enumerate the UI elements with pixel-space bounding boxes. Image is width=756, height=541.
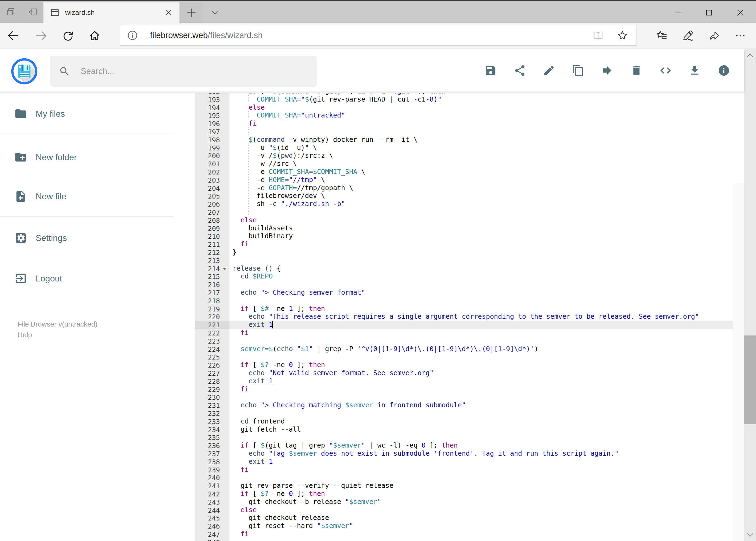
info-action-button[interactable] (709, 56, 738, 85)
url-text: filebrowser.web/files/wizard.sh (150, 31, 263, 40)
file-actions-toolbar (476, 49, 738, 92)
tab-preview-icon[interactable] (6, 7, 16, 17)
home-button[interactable] (82, 23, 108, 49)
tab-list-chevron-icon[interactable] (203, 2, 227, 23)
search-bar[interactable]: Search... (50, 56, 317, 87)
sidebar-footer: File Browser v(untracked) Help (18, 319, 98, 340)
code-line: fi (229, 329, 733, 337)
sidebar-item-settings[interactable]: Settings (0, 225, 173, 251)
address-bar[interactable]: filebrowser.web/files/wizard.sh (120, 25, 636, 46)
sidebar-item-new-folder[interactable]: New folder (0, 144, 173, 170)
sidebar-divider (0, 216, 173, 217)
settings-ellipsis-icon[interactable] (727, 23, 753, 49)
web-notes-pen-icon[interactable] (675, 23, 701, 49)
line-number: 239 (208, 466, 220, 474)
save-action-button[interactable] (476, 56, 505, 85)
line-number: 194 (208, 104, 220, 112)
line-number: 195 (208, 112, 220, 120)
share-icon (514, 64, 526, 77)
line-number: 241 (208, 482, 220, 490)
line-number: 213 (208, 257, 220, 265)
sidebar-item-label: New file (36, 192, 66, 202)
line-number: 246 (208, 522, 220, 530)
code-line (229, 256, 733, 265)
site-info-icon[interactable] (126, 29, 138, 41)
info-icon (718, 64, 730, 77)
hub-favorites-icon[interactable] (649, 23, 675, 49)
code-line: release () { (229, 265, 733, 272)
forward-button[interactable] (28, 23, 54, 49)
window-close-button[interactable] (725, 2, 756, 24)
code-line: git rev-parse --verify --quiet release (229, 482, 733, 490)
line-number: 202 (208, 168, 220, 176)
line-number: 220 (208, 313, 220, 321)
edit-action-button[interactable] (534, 56, 564, 85)
sidebar-divider (0, 134, 173, 134)
move-icon (601, 64, 614, 77)
code-line: COMMIT_SHA="$(git rev-parse HEAD | cut -… (229, 95, 733, 104)
code-line: echo "> Checking semver format" (229, 288, 733, 296)
code-line: if [ $(git tag | grep "$semver" | wc -l)… (229, 441, 733, 449)
save-icon (484, 64, 497, 77)
code-line: echo "> Checking matching $semver in fro… (229, 401, 733, 409)
editor-gutter: 1921931941951961971981992002012022032042… (195, 93, 229, 541)
fold-toggle-icon[interactable] (222, 268, 227, 270)
scroll-up-icon[interactable] (744, 49, 756, 61)
tabs-aside-group (0, 1, 44, 23)
app-version-text: File Browser v(untracked) (18, 320, 98, 328)
line-number: 233 (208, 418, 220, 426)
exit_to_app-icon (14, 272, 27, 285)
code-line: git reset --hard "$semver" (229, 522, 733, 530)
browser-tab[interactable]: wizard.sh (44, 2, 179, 23)
code-line: echo "This release script requires a sin… (229, 312, 733, 320)
favorite-star-icon[interactable] (617, 30, 628, 41)
code-editor[interactable]: 1921931941951961971981992002012022032042… (177, 93, 733, 541)
line-number: 237 (208, 450, 220, 458)
line-number: 242 (208, 490, 220, 498)
line-number: 214 (208, 265, 220, 273)
url-domain: filebrowser.web (150, 31, 208, 40)
window-minimize-button[interactable] (662, 2, 693, 24)
line-number: 201 (208, 160, 220, 168)
reading-view-icon[interactable] (593, 30, 604, 41)
line-number: 203 (208, 176, 220, 185)
address-bar-icons (593, 30, 636, 41)
scroll-down-icon[interactable] (744, 529, 756, 541)
refresh-button[interactable] (55, 23, 81, 49)
code-line: buildAssets (229, 224, 733, 232)
new-tab-button[interactable] (179, 2, 203, 23)
scrollbar-thumb[interactable] (744, 335, 756, 424)
page-scrollbar[interactable] (744, 49, 756, 541)
share-action-button[interactable] (505, 56, 534, 85)
window-maximize-button[interactable] (693, 2, 725, 24)
delete-icon (630, 64, 642, 77)
line-number: 231 (208, 402, 220, 410)
share-icon[interactable] (701, 23, 727, 49)
sidebar-item-my-files[interactable]: My files (0, 101, 173, 127)
line-number: 218 (208, 297, 220, 305)
line-number: 217 (208, 289, 220, 297)
move-action-button[interactable] (593, 56, 622, 85)
filebrowser-logo[interactable] (11, 58, 38, 85)
code-line (229, 337, 733, 345)
download-action-button[interactable] (680, 56, 709, 85)
line-number: 206 (208, 201, 220, 209)
code-icon (659, 64, 672, 77)
code-action-button[interactable] (651, 56, 680, 85)
line-number: 234 (208, 426, 220, 434)
line-number: 226 (208, 361, 220, 369)
line-number: 240 (208, 474, 220, 482)
sidebar-item-new-file[interactable]: New file (0, 184, 173, 209)
line-number: 193 (208, 96, 220, 104)
line-number: 225 (208, 353, 220, 361)
code-line (229, 538, 733, 541)
sidebar-item-logout[interactable]: Logout (0, 266, 173, 291)
help-link[interactable]: Help (18, 330, 98, 340)
set-tabs-aside-icon[interactable] (28, 7, 38, 17)
code-line: if [ $? -ne 0 ]; then (229, 490, 733, 498)
tab-close-icon[interactable] (164, 9, 172, 17)
copy-action-button[interactable] (564, 56, 593, 85)
back-button[interactable] (0, 23, 26, 49)
delete-action-button[interactable] (622, 56, 651, 85)
code-line: git checkout release (229, 514, 733, 522)
